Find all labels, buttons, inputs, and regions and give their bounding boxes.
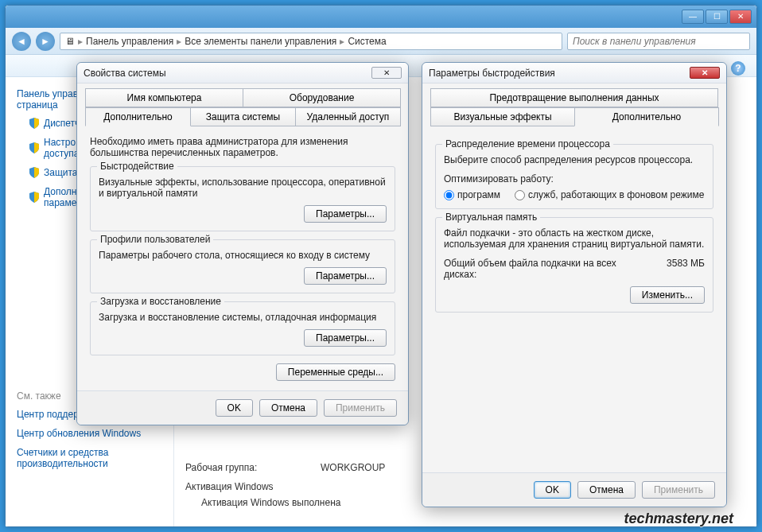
shield-icon bbox=[29, 118, 39, 129]
forward-button[interactable]: ► bbox=[36, 32, 55, 51]
ok-button[interactable]: OK bbox=[216, 399, 253, 417]
shield-icon bbox=[29, 142, 39, 153]
search-box[interactable] bbox=[567, 33, 750, 50]
ok-button[interactable]: OK bbox=[534, 481, 571, 499]
profiles-settings-button[interactable]: Параметры... bbox=[304, 267, 387, 285]
system-properties-dialog: Свойства системы ✕ Имя компьютера Оборуд… bbox=[76, 62, 409, 425]
computer-icon: 🖥 bbox=[65, 36, 75, 47]
shield-icon bbox=[29, 167, 39, 178]
group-label: Распределение времени процессора bbox=[442, 138, 613, 150]
apply-button[interactable]: Применить bbox=[642, 481, 715, 499]
shield-icon bbox=[29, 192, 39, 203]
radio-programs-input[interactable] bbox=[444, 190, 454, 200]
breadcrumb-item[interactable]: Все элементы панели управления bbox=[185, 36, 336, 47]
maximize-button[interactable]: ☐ bbox=[706, 10, 728, 24]
tab-system-protection[interactable]: Защита системы bbox=[190, 107, 296, 126]
dialog-close-button[interactable]: ✕ bbox=[690, 67, 720, 79]
group-text: Выберите способ распределения ресурсов п… bbox=[444, 154, 705, 165]
startup-recovery-group: Загрузка и восстановление Загрузка и вос… bbox=[90, 301, 395, 355]
change-vm-button[interactable]: Изменить... bbox=[630, 286, 705, 304]
sidebar-link-perf[interactable]: Счетчики и средства производительности bbox=[17, 443, 162, 473]
titlebar: — ☐ ✕ bbox=[6, 6, 756, 28]
performance-group: Быстродействие Визуальные эффекты, испол… bbox=[90, 166, 395, 231]
group-label: Профили пользователей bbox=[97, 234, 213, 245]
intro-text: Необходимо иметь права администратора дл… bbox=[90, 136, 395, 158]
pagefile-total-label: Общий объем файла подкачки на всех диска… bbox=[444, 258, 635, 280]
tab-advanced[interactable]: Дополнительно bbox=[85, 107, 191, 126]
profiles-group: Профили пользователей Параметры рабочего… bbox=[90, 239, 395, 293]
group-label: Виртуальная память bbox=[442, 212, 540, 223]
radio-services[interactable]: служб, работающих в фоновом режиме bbox=[515, 189, 704, 200]
navbar: ◄ ► 🖥 ▸ Панель управления ▸ Все элементы… bbox=[6, 28, 756, 55]
group-text: Параметры рабочего стола, относящиеся ко… bbox=[99, 250, 387, 261]
help-icon[interactable]: ? bbox=[731, 61, 745, 76]
group-label: Быстродействие bbox=[97, 161, 177, 172]
sidebar-link-windows-update[interactable]: Центр обновления Windows bbox=[17, 424, 162, 443]
watermark: techmastery.net bbox=[624, 511, 733, 527]
env-vars-button[interactable]: Переменные среды... bbox=[276, 363, 395, 381]
radio-programs[interactable]: программ bbox=[444, 189, 500, 200]
tab-remote[interactable]: Удаленный доступ bbox=[295, 107, 401, 126]
pagefile-total-value: 3583 МБ bbox=[667, 258, 705, 280]
close-button[interactable]: ✕ bbox=[729, 10, 752, 24]
group-label: Загрузка и восстановление bbox=[97, 296, 224, 307]
radio-services-input[interactable] bbox=[515, 190, 525, 200]
dialog-title: Свойства системы bbox=[84, 68, 166, 79]
optimize-label: Оптимизировать работу: bbox=[444, 173, 705, 184]
group-text: Загрузка и восстановление системы, отлад… bbox=[99, 312, 387, 323]
back-button[interactable]: ◄ bbox=[12, 32, 31, 51]
breadcrumb-item[interactable]: Система bbox=[348, 36, 386, 47]
breadcrumb-item[interactable]: Панель управления bbox=[86, 36, 173, 47]
tab-dep[interactable]: Предотвращение выполнения данных bbox=[430, 88, 718, 107]
performance-settings-button[interactable]: Параметры... bbox=[304, 205, 387, 223]
virtual-memory-group: Виртуальная память Файл подкачки - это о… bbox=[435, 217, 713, 313]
dialog-title: Параметры быстродействия bbox=[429, 68, 555, 79]
workgroup-value: WORKGROUP bbox=[321, 462, 385, 473]
dialog-close-button[interactable]: ✕ bbox=[371, 67, 402, 79]
group-text: Файл подкачки - это область на жестком д… bbox=[444, 227, 705, 250]
breadcrumb[interactable]: 🖥 ▸ Панель управления ▸ Все элементы пан… bbox=[60, 33, 562, 50]
tab-hardware[interactable]: Оборудование bbox=[243, 88, 401, 107]
search-input[interactable] bbox=[573, 36, 745, 47]
cancel-button[interactable]: Отмена bbox=[577, 481, 636, 499]
minimize-button[interactable]: — bbox=[682, 10, 704, 24]
tab-computer-name[interactable]: Имя компьютера bbox=[85, 88, 243, 107]
processor-scheduling-group: Распределение времени процессора Выберит… bbox=[435, 144, 713, 209]
dialog-titlebar: Свойства системы ✕ bbox=[77, 63, 408, 83]
performance-options-dialog: Параметры быстродействия ✕ Предотвращени… bbox=[422, 62, 727, 507]
tabs: Предотвращение выполнения данных Визуаль… bbox=[422, 83, 726, 126]
tab-advanced[interactable]: Дополнительно bbox=[574, 107, 719, 126]
workgroup-label: Рабочая группа: bbox=[185, 462, 321, 473]
startup-settings-button[interactable]: Параметры... bbox=[304, 329, 387, 347]
apply-button[interactable]: Применить bbox=[324, 399, 397, 417]
group-text: Визуальные эффекты, использование процес… bbox=[99, 177, 387, 199]
tab-visual-effects[interactable]: Визуальные эффекты bbox=[430, 107, 575, 126]
watermark-sub: настоящее bbox=[677, 528, 733, 532]
dialog-titlebar: Параметры быстродействия ✕ bbox=[422, 63, 726, 83]
tabs: Имя компьютера Оборудование Дополнительн… bbox=[77, 83, 408, 126]
cancel-button[interactable]: Отмена bbox=[259, 399, 317, 417]
